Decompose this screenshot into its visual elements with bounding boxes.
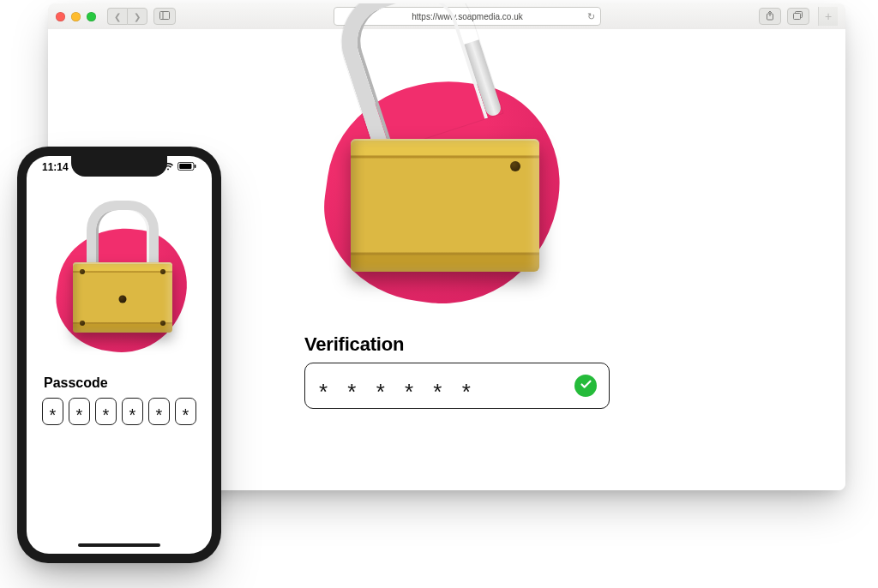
passcode-digit-6[interactable]: * (175, 398, 196, 425)
window-zoom-button[interactable] (87, 12, 96, 21)
share-icon (766, 10, 774, 22)
verification-illustration (301, 38, 592, 312)
phone-frame: 11:14 (17, 147, 221, 563)
status-time: 11:14 (42, 161, 69, 173)
sidebar-icon (159, 11, 170, 21)
passcode-illustration (42, 201, 196, 363)
home-indicator[interactable] (78, 543, 160, 547)
window-close-button[interactable] (56, 12, 65, 21)
padlock-body (351, 139, 539, 272)
back-button[interactable]: ❮ (107, 8, 127, 25)
verification-panel: Verification * * * * * * (224, 38, 670, 409)
svg-rect-0 (160, 12, 170, 20)
passcode-digit-2[interactable]: * (69, 398, 90, 425)
tabs-button[interactable] (787, 8, 809, 25)
passcode-digit-1[interactable]: * (42, 398, 63, 425)
plus-icon: + (825, 9, 832, 23)
window-controls (56, 12, 96, 21)
passcode-input[interactable]: * * * * * * (42, 398, 196, 425)
verification-value: * * * * * * (319, 381, 478, 403)
chevron-right-icon: ❯ (134, 12, 141, 21)
passcode-digit-5[interactable]: * (148, 398, 170, 425)
svg-rect-4 (794, 14, 801, 20)
verification-label: Verification (304, 333, 670, 356)
window-minimize-button[interactable] (71, 12, 81, 21)
sidebar-button[interactable] (153, 8, 176, 25)
battery-icon (177, 161, 196, 173)
padlock-body (73, 262, 172, 333)
chevron-left-icon: ❮ (114, 12, 121, 21)
svg-rect-10 (179, 164, 191, 169)
phone-notch (71, 156, 167, 177)
svg-rect-11 (195, 165, 196, 168)
nav-buttons: ❮ ❯ (107, 8, 147, 25)
passcode-label: Passcode (44, 375, 196, 391)
verification-success-badge (574, 375, 597, 397)
new-tab-button[interactable]: + (818, 7, 838, 26)
tabs-icon (793, 11, 803, 21)
phone-screen: 11:14 (27, 156, 212, 554)
reload-icon[interactable]: ↻ (587, 11, 595, 22)
check-icon (580, 378, 592, 394)
verification-input[interactable]: * * * * * * (304, 363, 610, 409)
forward-button[interactable]: ❯ (127, 8, 147, 25)
toolbar-right: + (759, 7, 838, 26)
passcode-digit-4[interactable]: * (122, 398, 143, 425)
share-button[interactable] (759, 8, 781, 25)
passcode-digit-3[interactable]: * (95, 398, 117, 425)
phone-content: Passcode * * * * * * (27, 197, 212, 425)
